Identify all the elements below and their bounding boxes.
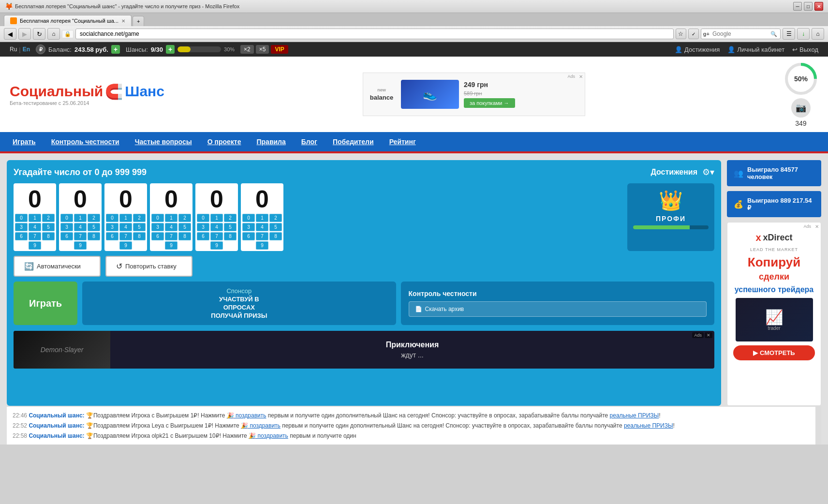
s1-7[interactable]: 7 <box>29 232 41 240</box>
congrats-link-2[interactable]: 🎉 поздравить <box>241 422 281 429</box>
main-nav: Играть Контроль честности Частые вопросы… <box>0 132 828 151</box>
nav-faq[interactable]: Частые вопросы <box>127 132 200 151</box>
vip-btn[interactable]: VIP <box>271 45 288 54</box>
auto-icon: 🔄 <box>24 262 34 271</box>
minimize-btn[interactable]: ─ <box>793 2 802 11</box>
people-icon: 👥 <box>734 169 743 178</box>
number-slots: 0 0 1 2 3 4 5 6 7 8 9 <box>14 183 622 251</box>
stat-box-2: 💰 Выиграно 889 217.54 ₽ <box>727 191 821 217</box>
watch-btn[interactable]: ▶ СМОТРЕТЬ <box>733 345 815 360</box>
new-tab-btn[interactable]: + <box>133 16 144 26</box>
game-play-row: Играть Спонсор УЧАСТВУЙ В ОПРОСАХ ПОЛУЧА… <box>14 282 714 325</box>
honesty-box: Контроль честности 📄 Скачать архив <box>401 282 714 325</box>
address-bar[interactable] <box>75 29 674 39</box>
chances-section: Шансы: 9/30 + 30% <box>126 45 235 54</box>
s1-0[interactable]: 0 <box>15 214 28 222</box>
prizes-link-1[interactable]: реальные ПРИЗЫ <box>610 412 659 419</box>
s1-5[interactable]: 5 <box>42 223 55 231</box>
slot-6-display: 0 <box>255 183 269 212</box>
home-nav-btn[interactable]: ⌂ <box>812 28 824 40</box>
nav-honesty[interactable]: Контроль честности <box>44 132 127 151</box>
search-btn[interactable]: 🔍 <box>769 30 778 38</box>
back-btn[interactable]: ◀ <box>4 28 16 40</box>
sidebar-ad-close-icon[interactable]: ✕ <box>815 224 819 229</box>
slot-5: 0 0 1 2 3 4 5 6 7 8 9 <box>195 183 238 251</box>
nb-shoe: 👟 <box>401 80 459 109</box>
prizes-link-2[interactable]: реальные ПРИЗЫ <box>624 422 673 429</box>
s1-4[interactable]: 4 <box>29 223 41 231</box>
mult-x5-btn[interactable]: ×5 <box>256 45 269 54</box>
crown-image: 👑 <box>659 189 683 212</box>
search-bar[interactable] <box>710 29 769 39</box>
s1-6[interactable]: 6 <box>15 232 28 240</box>
achievement-panel: 👑 ПРОФИ <box>627 183 714 251</box>
browser-titlebar: 🦊 Бесплатная лотерея "Социальный шанс" -… <box>0 0 828 13</box>
game-ad-label: Ads <box>692 332 704 338</box>
nav-play[interactable]: Играть <box>5 132 44 151</box>
chances-value: 9/30 <box>151 46 163 53</box>
slot-1: 0 0 1 2 3 4 5 6 7 8 9 <box>14 183 56 251</box>
slot-3: 0 0 1 2 3 4 5 6 7 8 9 <box>104 183 147 251</box>
congrats-link-1[interactable]: 🎉 поздравить <box>227 412 266 419</box>
ad-close-icon[interactable]: ✕ <box>579 74 583 79</box>
s1-3[interactable]: 3 <box>15 223 28 231</box>
profile-points: 349 <box>795 119 806 127</box>
logout-link[interactable]: ↩ Выход <box>792 46 818 53</box>
repeat-bet-btn[interactable]: ↺ Повторить ставку <box>105 256 192 277</box>
chat-item-1: 22:46 Социальный шанс: 🏆Поздравляем Игро… <box>13 411 815 421</box>
slot-2: 0 0 1 2 3 4 5 6 7 8 9 <box>59 183 102 251</box>
add-chances-btn[interactable]: + <box>166 45 175 54</box>
achievements-link[interactable]: 👤 Достижения <box>675 46 720 53</box>
refresh-indicator[interactable]: ✓ <box>688 29 699 39</box>
chat-feed: 22:46 Социальный шанс: 🏆Поздравляем Игро… <box>7 406 821 445</box>
auto-bet-btn[interactable]: 🔄 Автоматически <box>14 256 101 277</box>
download-indicator[interactable]: ↓ <box>797 28 810 40</box>
profile-camera[interactable]: 📷 <box>791 98 811 118</box>
cabinet-icon: 👤 <box>727 46 735 53</box>
download-archive-btn[interactable]: 📄 Скачать архив <box>409 301 707 317</box>
nav-rules[interactable]: Правила <box>249 132 293 151</box>
nav-blog[interactable]: Блог <box>294 132 325 151</box>
reload-btn[interactable]: ↻ <box>33 28 45 40</box>
maximize-btn[interactable]: □ <box>804 2 813 11</box>
play-btn[interactable]: Играть <box>14 282 77 325</box>
ad-buy-btn[interactable]: за покупками → <box>464 98 515 108</box>
sponsor-line2: ОПРОСАХ <box>223 304 255 311</box>
header-ad-banner: Ads ✕ new balance 👟 249 грн 589 грн за п… <box>363 73 585 116</box>
logo-subtitle: Бета-тестирование с 25.06.2014 <box>10 100 164 106</box>
lang-ru[interactable]: Ru <box>10 46 17 53</box>
toolbar-menu-btn[interactable]: ☰ <box>783 28 795 40</box>
active-tab[interactable]: Бесплатная лотерея "Социальный ша... ✕ <box>4 15 132 26</box>
balance-value: 243.58 руб. <box>74 46 108 53</box>
forward-btn[interactable]: ▶ <box>18 28 31 40</box>
s1-1[interactable]: 1 <box>29 214 41 222</box>
congrats-link-3[interactable]: 🎉 поздравить <box>249 432 288 439</box>
cabinet-link[interactable]: 👤 Личный кабинет <box>727 46 784 53</box>
nav-winners[interactable]: Победители <box>325 132 382 151</box>
stat-box-1: 👥 Выиграло 84577 человек <box>727 160 821 186</box>
chat-scrollbar[interactable] <box>815 407 821 445</box>
game-ad-banner: Demon·Slayer Приключения ждут ... Ads ✕ <box>14 331 714 369</box>
nav-rating[interactable]: Рейтинг <box>382 132 424 151</box>
s1-8[interactable]: 8 <box>42 232 55 240</box>
close-btn[interactable]: ✕ <box>814 2 823 11</box>
tab-close-icon[interactable]: ✕ <box>121 18 125 24</box>
profile-donut: 50% <box>784 61 818 96</box>
game-ad-close-btn[interactable]: ✕ <box>705 332 712 338</box>
nav-about[interactable]: О проекте <box>200 132 249 151</box>
browser-tabs: Бесплатная лотерея "Социальный ша... ✕ + <box>0 13 828 26</box>
honesty-title: Контроль честности <box>409 290 707 297</box>
gear-settings-btn[interactable]: ⚙▾ <box>702 167 714 178</box>
slot-4: 0 0 1 2 3 4 5 6 7 8 9 <box>150 183 192 251</box>
s1-9[interactable]: 9 <box>29 241 41 250</box>
home-btn[interactable]: ⌂ <box>47 28 60 40</box>
mult-x2-btn[interactable]: ×2 <box>240 45 254 54</box>
s1-2[interactable]: 2 <box>42 214 55 222</box>
repeat-icon: ↺ <box>116 262 122 271</box>
add-balance-btn[interactable]: + <box>111 45 120 54</box>
sponsor-box: Спонсор УЧАСТВУЙ В ОПРОСАХ ПОЛУЧАЙ ПРИЗЫ <box>82 282 396 325</box>
bookmark-btn[interactable]: ☆ <box>676 29 686 39</box>
lang-en[interactable]: En <box>23 46 30 53</box>
money-icon: 💰 <box>734 200 743 209</box>
site-header: Социальный 🧲 Шанс Бета-тестирование с 25… <box>0 57 828 132</box>
